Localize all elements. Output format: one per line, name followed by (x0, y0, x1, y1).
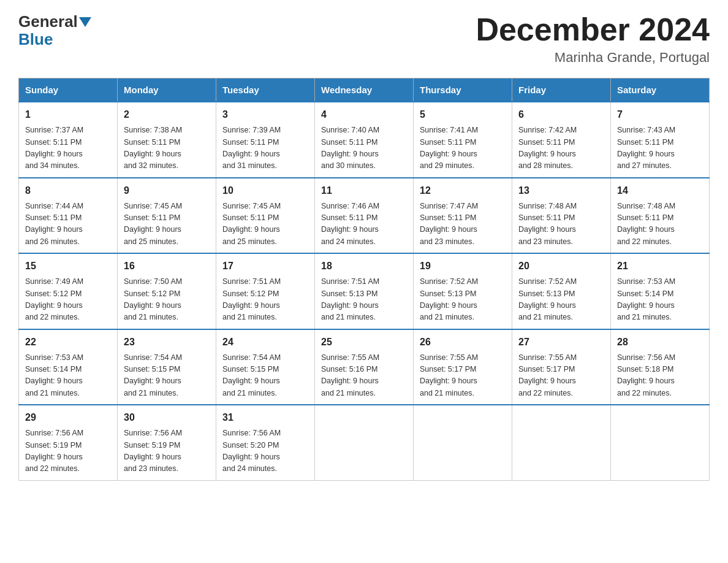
calendar-cell: 25Sunrise: 7:55 AMSunset: 5:16 PMDayligh… (315, 329, 414, 405)
calendar-cell: 9Sunrise: 7:45 AMSunset: 5:11 PMDaylight… (118, 178, 216, 254)
day-number: 24 (222, 335, 308, 350)
day-number: 1 (25, 107, 111, 122)
calendar-cell: 19Sunrise: 7:52 AMSunset: 5:13 PMDayligh… (414, 253, 512, 329)
day-number: 28 (617, 335, 703, 350)
day-info: Sunrise: 7:45 AMSunset: 5:11 PMDaylight:… (124, 201, 210, 248)
calendar-cell: 18Sunrise: 7:51 AMSunset: 5:13 PMDayligh… (315, 253, 414, 329)
calendar-cell (611, 405, 710, 480)
day-number: 14 (617, 183, 703, 198)
day-number: 31 (222, 410, 308, 425)
day-number: 22 (25, 335, 111, 350)
svg-marker-0 (79, 17, 91, 27)
calendar-cell: 15Sunrise: 7:49 AMSunset: 5:12 PMDayligh… (19, 253, 118, 329)
day-number: 13 (518, 183, 604, 198)
calendar-cell: 26Sunrise: 7:55 AMSunset: 5:17 PMDayligh… (414, 329, 512, 405)
calendar-cell: 1Sunrise: 7:37 AMSunset: 5:11 PMDaylight… (19, 102, 118, 178)
calendar-cell: 6Sunrise: 7:42 AMSunset: 5:11 PMDaylight… (512, 102, 611, 178)
day-number: 27 (518, 335, 604, 350)
calendar-cell: 5Sunrise: 7:41 AMSunset: 5:11 PMDaylight… (414, 102, 512, 178)
col-tuesday: Tuesday (216, 79, 315, 102)
day-info: Sunrise: 7:54 AMSunset: 5:15 PMDaylight:… (124, 352, 210, 400)
main-title: December 2024 (476, 12, 710, 47)
day-info: Sunrise: 7:40 AMSunset: 5:11 PMDaylight:… (321, 124, 407, 172)
day-info: Sunrise: 7:42 AMSunset: 5:11 PMDaylight:… (518, 124, 604, 172)
calendar-cell: 2Sunrise: 7:38 AMSunset: 5:11 PMDaylight… (118, 102, 216, 178)
day-info: Sunrise: 7:43 AMSunset: 5:11 PMDaylight:… (617, 124, 703, 172)
day-info: Sunrise: 7:46 AMSunset: 5:11 PMDaylight:… (321, 201, 407, 248)
calendar-cell: 8Sunrise: 7:44 AMSunset: 5:11 PMDaylight… (19, 178, 118, 254)
day-info: Sunrise: 7:48 AMSunset: 5:11 PMDaylight:… (617, 201, 703, 248)
day-number: 21 (617, 259, 703, 274)
day-number: 17 (222, 259, 308, 274)
day-number: 2 (124, 107, 210, 122)
day-info: Sunrise: 7:56 AMSunset: 5:20 PMDaylight:… (222, 427, 308, 475)
calendar-cell: 10Sunrise: 7:45 AMSunset: 5:11 PMDayligh… (216, 178, 315, 254)
day-number: 23 (124, 335, 210, 350)
calendar-cell: 13Sunrise: 7:48 AMSunset: 5:11 PMDayligh… (512, 178, 611, 254)
calendar-cell: 21Sunrise: 7:53 AMSunset: 5:14 PMDayligh… (611, 253, 710, 329)
day-info: Sunrise: 7:45 AMSunset: 5:11 PMDaylight:… (222, 201, 308, 248)
week-row-3: 15Sunrise: 7:49 AMSunset: 5:12 PMDayligh… (19, 253, 710, 329)
day-info: Sunrise: 7:51 AMSunset: 5:12 PMDaylight:… (222, 276, 308, 324)
week-row-4: 22Sunrise: 7:53 AMSunset: 5:14 PMDayligh… (19, 329, 710, 405)
day-info: Sunrise: 7:48 AMSunset: 5:11 PMDaylight:… (518, 201, 604, 248)
day-number: 16 (124, 259, 210, 274)
calendar-cell: 31Sunrise: 7:56 AMSunset: 5:20 PMDayligh… (216, 405, 315, 480)
logo: General Blue (18, 12, 91, 49)
calendar-cell: 20Sunrise: 7:52 AMSunset: 5:13 PMDayligh… (512, 253, 611, 329)
calendar-cell: 12Sunrise: 7:47 AMSunset: 5:11 PMDayligh… (414, 178, 512, 254)
calendar-cell: 4Sunrise: 7:40 AMSunset: 5:11 PMDaylight… (315, 102, 414, 178)
day-info: Sunrise: 7:37 AMSunset: 5:11 PMDaylight:… (25, 124, 111, 172)
calendar-cell (414, 405, 512, 480)
week-row-5: 29Sunrise: 7:56 AMSunset: 5:19 PMDayligh… (19, 405, 710, 480)
day-info: Sunrise: 7:49 AMSunset: 5:12 PMDaylight:… (25, 276, 111, 324)
week-row-1: 1Sunrise: 7:37 AMSunset: 5:11 PMDaylight… (19, 102, 710, 178)
calendar-cell: 22Sunrise: 7:53 AMSunset: 5:14 PMDayligh… (19, 329, 118, 405)
page-header: General Blue December 2024 Marinha Grand… (18, 12, 710, 66)
calendar-cell: 7Sunrise: 7:43 AMSunset: 5:11 PMDaylight… (611, 102, 710, 178)
day-number: 19 (420, 259, 506, 274)
day-info: Sunrise: 7:56 AMSunset: 5:18 PMDaylight:… (617, 352, 703, 400)
day-number: 9 (124, 183, 210, 198)
day-info: Sunrise: 7:55 AMSunset: 5:17 PMDaylight:… (420, 352, 506, 400)
day-info: Sunrise: 7:47 AMSunset: 5:11 PMDaylight:… (420, 201, 506, 248)
day-number: 5 (420, 107, 506, 122)
day-number: 8 (25, 183, 111, 198)
calendar-cell: 3Sunrise: 7:39 AMSunset: 5:11 PMDaylight… (216, 102, 315, 178)
day-info: Sunrise: 7:54 AMSunset: 5:15 PMDaylight:… (222, 352, 308, 400)
day-number: 6 (518, 107, 604, 122)
calendar-cell: 30Sunrise: 7:56 AMSunset: 5:19 PMDayligh… (118, 405, 216, 480)
col-sunday: Sunday (19, 79, 118, 102)
col-friday: Friday (512, 79, 611, 102)
day-number: 4 (321, 107, 407, 122)
day-info: Sunrise: 7:52 AMSunset: 5:13 PMDaylight:… (420, 276, 506, 324)
calendar-cell: 16Sunrise: 7:50 AMSunset: 5:12 PMDayligh… (118, 253, 216, 329)
title-section: December 2024 Marinha Grande, Portugal (476, 12, 710, 66)
col-monday: Monday (118, 79, 216, 102)
calendar-cell (512, 405, 611, 480)
calendar-cell: 23Sunrise: 7:54 AMSunset: 5:15 PMDayligh… (118, 329, 216, 405)
day-number: 7 (617, 107, 703, 122)
day-number: 12 (420, 183, 506, 198)
day-number: 26 (420, 335, 506, 350)
day-info: Sunrise: 7:53 AMSunset: 5:14 PMDaylight:… (617, 276, 703, 324)
day-info: Sunrise: 7:53 AMSunset: 5:14 PMDaylight:… (25, 352, 111, 400)
logo-blue-text: Blue (18, 30, 53, 49)
day-info: Sunrise: 7:41 AMSunset: 5:11 PMDaylight:… (420, 124, 506, 172)
week-row-2: 8Sunrise: 7:44 AMSunset: 5:11 PMDaylight… (19, 178, 710, 254)
day-number: 25 (321, 335, 407, 350)
col-wednesday: Wednesday (315, 79, 414, 102)
day-number: 3 (222, 107, 308, 122)
day-number: 30 (124, 410, 210, 425)
day-info: Sunrise: 7:55 AMSunset: 5:16 PMDaylight:… (321, 352, 407, 400)
day-info: Sunrise: 7:44 AMSunset: 5:11 PMDaylight:… (25, 201, 111, 248)
calendar-cell (315, 405, 414, 480)
day-info: Sunrise: 7:52 AMSunset: 5:13 PMDaylight:… (518, 276, 604, 324)
calendar-cell: 14Sunrise: 7:48 AMSunset: 5:11 PMDayligh… (611, 178, 710, 254)
day-number: 10 (222, 183, 308, 198)
day-info: Sunrise: 7:51 AMSunset: 5:13 PMDaylight:… (321, 276, 407, 324)
day-info: Sunrise: 7:50 AMSunset: 5:12 PMDaylight:… (124, 276, 210, 324)
logo-general-text: General (18, 12, 78, 31)
day-number: 29 (25, 410, 111, 425)
col-saturday: Saturday (611, 79, 710, 102)
